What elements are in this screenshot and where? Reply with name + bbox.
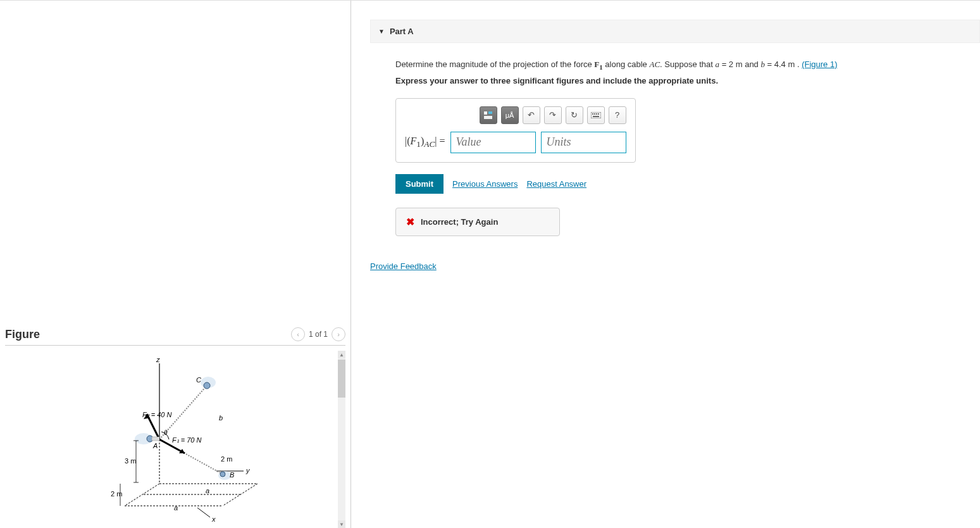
label-theta: θ — [164, 429, 168, 436]
figure-next-button[interactable]: › — [332, 327, 345, 341]
label-2m-right: 2 m — [221, 455, 232, 463]
answer-box: μÅ ↶ ↷ ↻ ? |(F1)AC| = — [395, 98, 636, 163]
label-2m-left: 2 m — [111, 490, 122, 498]
svg-rect-28 — [488, 111, 492, 114]
figure-diagram: z y x — [49, 351, 302, 522]
figure-prev-button[interactable]: ‹ — [291, 327, 305, 341]
svg-rect-27 — [484, 111, 487, 115]
scroll-up-icon[interactable]: ▲ — [338, 351, 345, 358]
feedback-text: Incorrect; Try Again — [421, 217, 498, 227]
svg-rect-17 — [152, 437, 159, 441]
figure-section: Figure ‹ 1 of 1 › z — [0, 322, 350, 528]
help-button[interactable]: ? — [609, 106, 626, 124]
feedback-box: ✖ Incorrect; Try Again — [395, 208, 560, 236]
right-panel: ▼ Part A Determine the magnitude of the … — [351, 1, 980, 528]
label-a2: a — [174, 504, 178, 512]
label-3m: 3 m — [125, 457, 136, 465]
label-F2: F₂ = 40 N — [142, 411, 172, 418]
svg-rect-34 — [598, 113, 599, 115]
axis-y-label: y — [245, 467, 251, 474]
request-answer-link[interactable]: Request Answer — [526, 179, 586, 189]
figure-title: Figure — [5, 328, 40, 341]
submit-button[interactable]: Submit — [395, 174, 443, 194]
label-C: C — [196, 376, 201, 384]
answer-toolbar: μÅ ↶ ↷ ↻ ? — [405, 106, 626, 124]
undo-button[interactable]: ↶ — [523, 106, 540, 124]
svg-point-19 — [204, 382, 210, 389]
svg-rect-31 — [592, 113, 593, 115]
figure-link[interactable]: (Figure 1) — [802, 60, 837, 69]
label-B: B — [230, 471, 234, 479]
scroll-thumb[interactable] — [338, 360, 345, 398]
templates-button[interactable] — [480, 106, 497, 124]
figure-body: z y x — [5, 351, 345, 528]
reset-button[interactable]: ↻ — [566, 106, 583, 124]
redo-button[interactable]: ↷ — [544, 106, 562, 124]
figure-scrollbar[interactable]: ▲ ▼ — [338, 351, 345, 528]
figure-nav: ‹ 1 of 1 › — [291, 327, 345, 341]
left-panel: Figure ‹ 1 of 1 › z — [0, 1, 351, 528]
provide-feedback-link[interactable]: Provide Feedback — [370, 261, 980, 271]
scroll-down-icon[interactable]: ▼ — [338, 520, 345, 528]
question-text: Determine the magnitude of the projectio… — [395, 58, 940, 72]
axis-x-label: x — [211, 515, 216, 522]
collapse-caret-icon: ▼ — [378, 28, 385, 35]
axis-z-label: z — [156, 356, 160, 363]
previous-answers-link[interactable]: Previous Answers — [452, 179, 518, 189]
incorrect-icon: ✖ — [406, 216, 414, 228]
label-F1: F₁ = 70 N — [172, 436, 202, 444]
svg-rect-35 — [593, 116, 599, 117]
svg-rect-30 — [591, 112, 601, 118]
keyboard-button[interactable] — [587, 106, 605, 124]
svg-rect-29 — [484, 116, 492, 119]
label-b: b — [219, 414, 223, 422]
answer-label: |(F1)AC| = — [405, 135, 445, 149]
label-a1: a — [206, 487, 209, 494]
value-input[interactable] — [450, 132, 536, 153]
special-chars-button[interactable]: μÅ — [501, 106, 519, 124]
label-A: A — [152, 442, 158, 449]
part-header[interactable]: ▼ Part A — [370, 20, 980, 43]
svg-line-8 — [197, 508, 210, 517]
instruction-text: Express your answer to three significant… — [395, 76, 940, 85]
svg-rect-33 — [596, 113, 597, 115]
svg-point-21 — [220, 472, 225, 477]
svg-rect-32 — [594, 113, 595, 115]
part-title: Part A — [390, 27, 414, 36]
figure-nav-label: 1 of 1 — [309, 330, 328, 339]
units-input[interactable] — [541, 132, 626, 153]
